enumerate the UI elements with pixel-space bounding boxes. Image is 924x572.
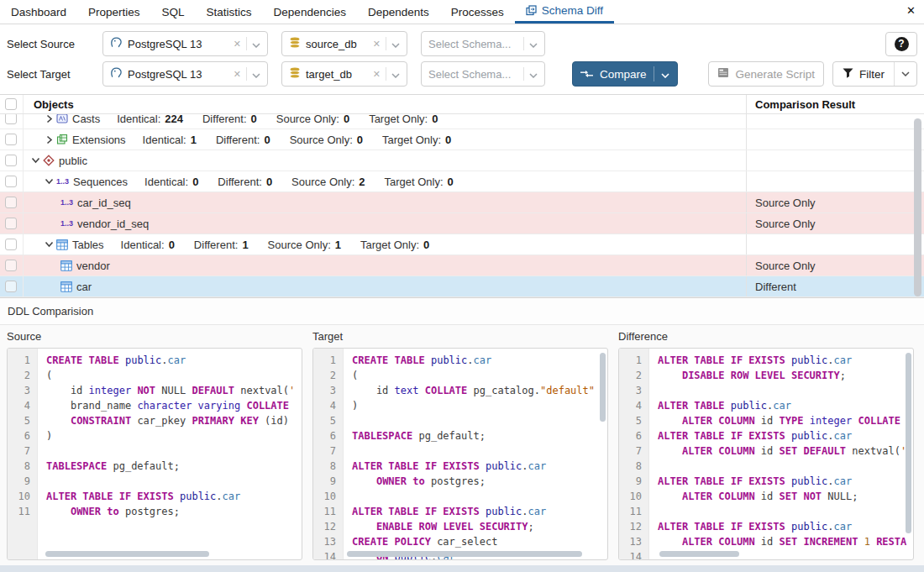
row-checkbox[interactable]	[5, 197, 17, 208]
source-horizontal-scrollbar[interactable]	[45, 551, 209, 557]
filter-label: Filter	[859, 68, 885, 81]
objects-column-header[interactable]: Objects	[24, 95, 746, 113]
source-schema-select[interactable]: Select Schema...	[421, 31, 545, 56]
tab-sql[interactable]: SQL	[151, 0, 196, 24]
tree-node-label: public	[59, 155, 87, 167]
row-checkbox[interactable]	[5, 239, 17, 250]
clear-icon[interactable]: ✕	[234, 69, 241, 80]
tab-label: Statistics	[207, 6, 252, 18]
tree-row-car-id-seq[interactable]: 1..3 car_id_seq Source Only	[0, 192, 924, 213]
tree-row-car-table[interactable]: car Different	[0, 276, 924, 297]
tab-properties[interactable]: Properties	[77, 0, 151, 24]
target-ddl-editor[interactable]: 1CREATE TABLE public.car2(3 id text COLL…	[312, 348, 608, 560]
divider	[386, 37, 386, 50]
chevron-down-icon[interactable]	[391, 68, 400, 81]
source-schema-placeholder: Select Schema...	[428, 38, 518, 50]
chevron-down-icon[interactable]	[42, 178, 56, 185]
filter-dropdown-chevron[interactable]	[894, 62, 916, 86]
tab-schema-diff[interactable]: Schema Diff	[515, 0, 614, 24]
row-checkbox[interactable]	[5, 134, 17, 145]
clear-icon[interactable]: ✕	[373, 69, 381, 80]
grid-body: Casts Identical:224 Different:0 Source O…	[0, 114, 924, 297]
row-checkbox[interactable]	[5, 260, 17, 271]
tree-row-sequences[interactable]: 1..3 Sequences Identical:0 Different:0 S…	[0, 171, 924, 192]
difference-pane-header: Difference	[618, 330, 924, 343]
target-schema-select[interactable]: Select Schema...	[421, 61, 545, 87]
divider	[246, 67, 247, 81]
comparison-result-cell	[746, 234, 907, 255]
source-database-select[interactable]: source_db ✕	[281, 31, 407, 56]
comparison-result-cell: Source Only	[746, 255, 907, 276]
tab-label: Dashboard	[11, 6, 66, 18]
compare-arrows-icon	[580, 68, 593, 81]
select-all-checkbox[interactable]	[5, 98, 17, 110]
difference-ddl-editor[interactable]: 1ALTER TABLE IF EXISTS public.car2 DISAB…	[618, 348, 914, 560]
tables-icon	[56, 239, 68, 250]
row-checkbox[interactable]	[5, 176, 17, 187]
chevron-down-icon[interactable]	[29, 157, 43, 164]
tab-processes[interactable]: Processes	[440, 0, 515, 24]
chevron-down-icon[interactable]	[661, 68, 669, 81]
tree-row-extensions[interactable]: Extensions Identical:1 Different:0 Sourc…	[0, 129, 924, 150]
tree-row-tables[interactable]: Tables Identical:0 Different:1 Source On…	[0, 234, 924, 255]
comparison-result-cell: Source Only	[746, 192, 907, 213]
help-button[interactable]: ?	[885, 32, 917, 56]
chevron-down-icon[interactable]	[252, 68, 260, 81]
comparison-result-column-header[interactable]: Comparison Result	[746, 95, 907, 113]
chevron-down-icon[interactable]	[391, 38, 400, 50]
generate-script-button[interactable]: Generate Script	[708, 61, 824, 87]
target-database-select[interactable]: target_db ✕	[281, 61, 407, 87]
divider	[654, 66, 654, 81]
difference-vertical-scrollbar[interactable]	[906, 353, 911, 533]
target-server-select[interactable]: PostgreSQL 13 ✕	[102, 61, 268, 87]
chevron-down-icon[interactable]	[42, 241, 56, 248]
target-vertical-scrollbar[interactable]	[600, 353, 606, 422]
source-server-select[interactable]: PostgreSQL 13 ✕	[102, 31, 268, 56]
chevron-down-icon[interactable]	[529, 68, 538, 81]
database-icon	[289, 67, 301, 81]
schema-icon	[43, 155, 55, 166]
select-source-label: Select Source	[7, 38, 102, 50]
tree-row-vendor-id-seq[interactable]: 1..3 vendor_id_seq Source Only	[0, 213, 924, 234]
divider	[246, 37, 247, 50]
tree-node-label: car	[76, 281, 92, 293]
row-checkbox[interactable]	[5, 114, 17, 124]
chevron-right-icon[interactable]	[42, 114, 56, 123]
tab-label: Schema Diff	[542, 4, 603, 17]
tab-bar: Dashboard Properties SQL Statistics Depe…	[0, 0, 924, 24]
source-pane-header: Source	[7, 330, 312, 343]
grid-header-row: Objects Comparison Result	[0, 95, 924, 114]
source-ddl-editor[interactable]: 1CREATE TABLE public.car2(3 id integer N…	[7, 348, 302, 560]
comparison-counts: Identical:1 Different:0 Source Only:0 Ta…	[143, 134, 452, 146]
filter-button[interactable]: Filter	[833, 62, 894, 86]
divider	[523, 67, 524, 81]
tree-row-casts[interactable]: Casts Identical:224 Different:0 Source O…	[0, 114, 924, 129]
tab-dependencies[interactable]: Dependencies	[263, 0, 357, 24]
compare-button[interactable]: Compare	[572, 61, 678, 87]
row-checkbox[interactable]	[5, 218, 17, 229]
clear-icon[interactable]: ✕	[234, 39, 241, 50]
tree-row-vendor-table[interactable]: vendor Source Only	[0, 255, 924, 276]
database-icon	[289, 37, 301, 51]
row-checkbox[interactable]	[5, 281, 17, 292]
tab-statistics[interactable]: Statistics	[196, 0, 263, 24]
close-icon[interactable]: ✕	[906, 5, 916, 16]
chevron-down-icon[interactable]	[252, 38, 260, 50]
grid-vertical-scrollbar[interactable]	[914, 118, 921, 296]
select-source-row: Select Source PostgreSQL 13 ✕ source_db …	[7, 30, 917, 57]
chevron-right-icon[interactable]	[42, 135, 56, 144]
target-horizontal-scrollbar[interactable]	[347, 551, 582, 557]
target-schema-placeholder: Select Schema...	[428, 68, 518, 81]
target-ddl-code: 1CREATE TABLE public.car2(3 id text COLL…	[313, 349, 607, 559]
tab-dependents[interactable]: Dependents	[357, 0, 440, 24]
difference-horizontal-scrollbar[interactable]	[659, 551, 739, 557]
tree-node-label: Casts	[72, 114, 100, 125]
tree-row-public-schema[interactable]: public	[0, 150, 924, 171]
difference-ddl-code: 1ALTER TABLE IF EXISTS public.car2 DISAB…	[619, 349, 913, 559]
chevron-down-icon[interactable]	[529, 38, 538, 50]
table-icon	[60, 281, 72, 292]
row-checkbox[interactable]	[5, 155, 17, 166]
casts-icon	[56, 114, 68, 124]
clear-icon[interactable]: ✕	[373, 39, 381, 50]
tab-dashboard[interactable]: Dashboard	[0, 0, 77, 24]
